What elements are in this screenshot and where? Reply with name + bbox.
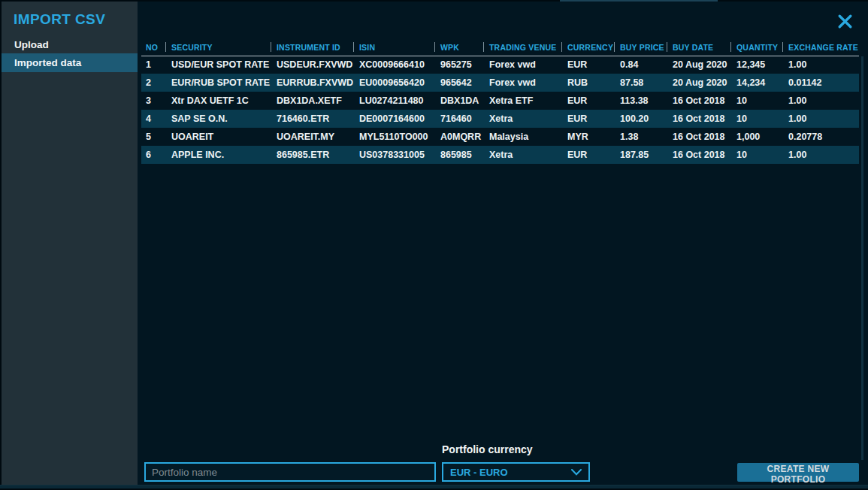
table-cell: 865985 bbox=[434, 146, 483, 164]
table-cell: UOAREIT bbox=[165, 128, 271, 146]
table-cell: 20 Aug 2020 bbox=[667, 74, 730, 92]
table-cell: 16 Oct 2018 bbox=[667, 110, 730, 128]
table-cell: 16 Oct 2018 bbox=[667, 128, 730, 146]
table-cell: LU0274211480 bbox=[353, 92, 434, 110]
table-cell: 10 bbox=[730, 92, 782, 110]
table-row: 1USD/EUR SPOT RATEUSDEUR.FXVWDXC00096664… bbox=[141, 56, 859, 74]
close-icon bbox=[837, 14, 853, 29]
window-bottom-edge bbox=[0, 485, 868, 490]
table-cell: USDEUR.FXVWD bbox=[271, 56, 353, 74]
selected-currency-value: EUR - EURO bbox=[450, 467, 508, 478]
table-cell: 3 bbox=[141, 92, 165, 110]
portfolio-name-input[interactable] bbox=[144, 462, 436, 482]
column-header: ISIN bbox=[353, 39, 434, 56]
table-cell: 5 bbox=[141, 128, 165, 146]
table-cell: 100.20 bbox=[614, 110, 667, 128]
sidebar-item-imported-data[interactable]: Imported data bbox=[2, 53, 138, 72]
table-cell: 187.85 bbox=[614, 146, 667, 164]
dialog-title: IMPORT CSV bbox=[2, 2, 138, 28]
table-cell: MYR bbox=[561, 128, 614, 146]
table-cell: 865985.ETR bbox=[271, 146, 353, 164]
table-cell: Xetra bbox=[483, 146, 561, 164]
table-cell: RUB bbox=[561, 74, 614, 92]
table-cell: 965642 bbox=[434, 74, 483, 92]
table-cell: UOAREIT.MY bbox=[271, 128, 353, 146]
table-cell: 4 bbox=[141, 110, 165, 128]
table-cell: 1.00 bbox=[782, 146, 859, 164]
imported-data-table: NOSECURITYINSTRUMENT IDISINWPKTRADING VE… bbox=[141, 39, 859, 164]
table-cell: US0378331005 bbox=[353, 146, 434, 164]
column-header: INSTRUMENT ID bbox=[271, 39, 353, 56]
table-cell: 14,234 bbox=[730, 74, 782, 92]
table-cell: 0.20778 bbox=[782, 128, 859, 146]
table-row: 4SAP SE O.N.716460.ETRDE0007164600716460… bbox=[141, 110, 859, 128]
table-cell: Xtr DAX UETF 1C bbox=[165, 92, 271, 110]
table-cell: 716460.ETR bbox=[271, 110, 353, 128]
table-cell: Xetra ETF bbox=[483, 92, 561, 110]
import-csv-dialog: IMPORT CSV Upload Imported data NOSECURI… bbox=[0, 0, 868, 490]
table-cell: 10 bbox=[730, 146, 782, 164]
portfolio-currency-select[interactable]: EUR - EURO bbox=[442, 462, 590, 482]
table-cell: EUR bbox=[561, 146, 614, 164]
table-cell: Xetra bbox=[483, 110, 561, 128]
table-cell: 113.38 bbox=[614, 92, 667, 110]
table-cell: 87.58 bbox=[614, 74, 667, 92]
table-row: 6APPLE INC.865985.ETRUS0378331005865985X… bbox=[141, 146, 859, 164]
table-cell: EUR bbox=[561, 110, 614, 128]
table-cell: 0.84 bbox=[614, 56, 667, 74]
table-cell: MYL5110TO000 bbox=[353, 128, 434, 146]
table-cell: 1.00 bbox=[782, 56, 859, 74]
table-cell: XC0009666410 bbox=[353, 56, 434, 74]
column-header: BUY DATE bbox=[667, 39, 730, 56]
table-cell: 16 Oct 2018 bbox=[667, 92, 730, 110]
table-cell: EURRUB.FXVWD bbox=[271, 74, 353, 92]
table-cell: 1.00 bbox=[782, 92, 859, 110]
scrollbar-track[interactable] bbox=[861, 56, 863, 460]
table-cell: 1,000 bbox=[730, 128, 782, 146]
create-new-portfolio-button[interactable]: CREATE NEW PORTFOLIO bbox=[737, 463, 859, 482]
table-cell: Forex vwd bbox=[483, 56, 561, 74]
portfolio-currency-label: Portfolio currency bbox=[442, 443, 533, 455]
sidebar-item-upload[interactable]: Upload bbox=[2, 36, 138, 53]
sidebar-nav: Upload Imported data bbox=[2, 36, 138, 72]
table-cell: 0.01142 bbox=[782, 74, 859, 92]
table-cell: 965275 bbox=[434, 56, 483, 74]
table-cell: 1.00 bbox=[782, 110, 859, 128]
column-header: SECURITY bbox=[165, 39, 271, 56]
column-header: WPK bbox=[434, 39, 483, 56]
table-header-row: NOSECURITYINSTRUMENT IDISINWPKTRADING VE… bbox=[141, 39, 859, 56]
table-row: 2EUR/RUB SPOT RATEEURRUB.FXVWDEU00096564… bbox=[141, 74, 859, 92]
table-cell: DBX1DA bbox=[434, 92, 483, 110]
close-button[interactable] bbox=[835, 11, 854, 31]
background-window-edge bbox=[560, 0, 718, 2]
table-cell: USD/EUR SPOT RATE bbox=[165, 56, 271, 74]
table-cell: 10 bbox=[730, 110, 782, 128]
table-cell: APPLE INC. bbox=[165, 146, 271, 164]
table-cell: EUR/RUB SPOT RATE bbox=[165, 74, 271, 92]
column-header: TRADING VENUE bbox=[483, 39, 561, 56]
column-header: CURRENCY bbox=[561, 39, 614, 56]
table-cell: 16 Oct 2018 bbox=[667, 146, 730, 164]
imported-data-panel: NOSECURITYINSTRUMENT IDISINWPKTRADING VE… bbox=[138, 2, 868, 485]
table-cell: DBX1DA.XETF bbox=[271, 92, 353, 110]
column-header: EXCHANGE RATE bbox=[782, 39, 859, 56]
column-header: BUY PRICE bbox=[614, 39, 667, 56]
table-cell: Forex vwd bbox=[483, 74, 561, 92]
chevron-down-icon bbox=[571, 469, 582, 476]
table-cell: 1 bbox=[141, 56, 165, 74]
table-row: 3Xtr DAX UETF 1CDBX1DA.XETFLU0274211480D… bbox=[141, 92, 859, 110]
table-cell: EUR bbox=[561, 56, 614, 74]
column-header: NO bbox=[141, 39, 165, 56]
table-cell: 716460 bbox=[434, 110, 483, 128]
table-cell: 2 bbox=[141, 74, 165, 92]
table-cell: Malaysia bbox=[483, 128, 561, 146]
table-cell: EUR bbox=[561, 92, 614, 110]
table-cell: DE0007164600 bbox=[353, 110, 434, 128]
table-cell: EU0009656420 bbox=[353, 74, 434, 92]
table-cell: 20 Aug 2020 bbox=[667, 56, 730, 74]
table-cell: 12,345 bbox=[730, 56, 782, 74]
table-row: 5UOAREITUOAREIT.MYMYL5110TO000A0MQRRMala… bbox=[141, 128, 859, 146]
table-cell: SAP SE O.N. bbox=[165, 110, 271, 128]
table-cell: A0MQRR bbox=[434, 128, 483, 146]
column-header: QUANTITY bbox=[730, 39, 782, 56]
